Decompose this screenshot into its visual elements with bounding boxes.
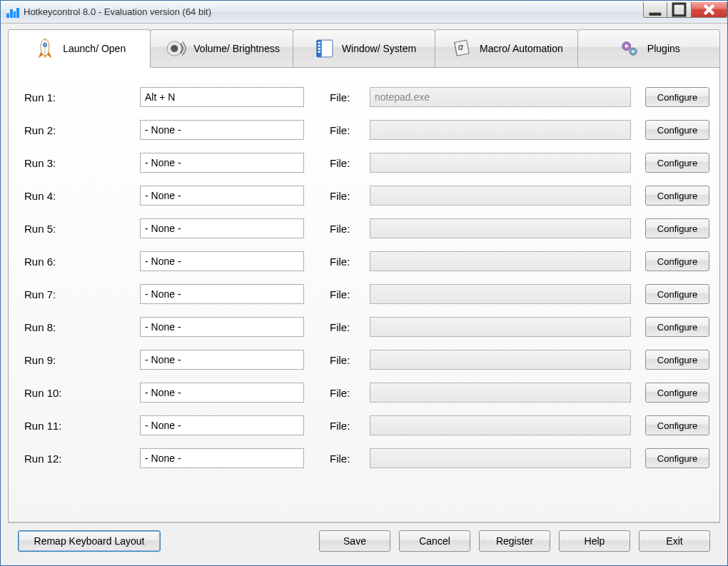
file-input[interactable] [370,120,631,140]
file-label: File: [330,321,361,333]
tab-label: Plugins [647,43,680,54]
hotkey-input[interactable] [140,448,304,468]
configure-button[interactable]: Configure [645,218,709,238]
app-icon [6,6,19,18]
hotkey-row: Run 10:File:Configure [24,376,709,409]
hotkey-input[interactable] [140,415,304,435]
tab-label: Volume/ Brightness [193,43,280,54]
hotkey-row: Run 4:File:Configure [24,179,709,212]
hotkey-input[interactable] [140,120,304,140]
hotkey-input[interactable] [140,251,304,271]
hotkey-row: Run 6:File:Configure [24,245,709,278]
tab-window-system[interactable]: Window/ System [293,29,435,68]
maximize-button[interactable] [667,2,692,18]
tab-label: Window/ System [342,43,416,54]
file-input[interactable] [370,350,631,370]
svg-point-3 [44,43,47,46]
hotkey-row: Run 12:File:Configure [24,442,709,475]
file-label: File: [330,354,361,366]
tabstrip: Launch/ Open Volume/ Brightness [8,29,720,68]
svg-point-5 [171,45,178,52]
exit-button[interactable]: Exit [639,530,710,552]
file-input[interactable] [370,251,631,271]
file-label: File: [330,157,361,169]
remap-keyboard-button[interactable]: Remap Keyboard Layout [18,530,161,552]
tab-launch-open[interactable]: Launch/ Open [8,29,151,68]
svg-rect-0 [649,12,662,15]
configure-button[interactable]: Configure [645,186,709,206]
hotkey-input[interactable] [140,317,304,337]
tab-label: Launch/ Open [63,43,126,54]
bottom-bar: Remap Keyboard Layout Save Cancel Regist… [8,522,720,558]
main-panel: Run 1:File:ConfigureRun 2:File:Configure… [8,68,720,522]
configure-button[interactable]: Configure [645,383,709,403]
file-input[interactable] [370,186,631,206]
file-label: File: [330,190,361,202]
configure-button[interactable]: Configure [645,153,709,173]
file-label: File: [330,91,361,103]
file-label: File: [330,256,361,268]
tab-volume-brightness[interactable]: Volume/ Brightness [150,29,293,68]
window-controls [643,2,727,18]
minimize-button[interactable] [643,2,667,18]
file-input[interactable] [370,87,631,107]
file-input[interactable] [370,415,631,435]
file-label: File: [330,453,361,465]
file-input[interactable] [370,448,631,468]
titlebar[interactable]: Hotkeycontrol 8.0 - Evaluation version (… [1,1,727,24]
svg-point-14 [625,44,627,47]
svg-rect-9 [318,45,320,47]
file-label: File: [330,124,361,136]
hotkey-input[interactable] [140,186,304,206]
app-window: Hotkeycontrol 8.0 - Evaluation version (… [0,0,728,566]
hotkey-input[interactable] [140,350,304,370]
hotkey-row: Run 8:File:Configure [24,310,709,343]
run-label: Run 6: [24,256,131,268]
hotkey-row: Run 7:File:Configure [24,278,709,310]
hotkey-row: Run 5:File:Configure [24,212,709,245]
configure-button[interactable]: Configure [645,284,709,304]
run-label: Run 12: [24,453,131,465]
gears-icon [617,36,642,61]
run-label: Run 2: [24,124,131,136]
configure-button[interactable]: Configure [645,251,709,271]
configure-button[interactable]: Configure [645,415,709,435]
hotkey-row: Run 3:File:Configure [24,146,709,179]
svg-rect-10 [318,48,320,50]
hotkey-input[interactable] [140,284,304,304]
svg-rect-1 [673,4,685,16]
svg-point-16 [632,51,634,53]
tab-macro-automation[interactable]: α Macro/ Automation [435,29,577,68]
hotkey-input[interactable] [140,383,304,403]
svg-rect-8 [318,42,320,44]
configure-button[interactable]: Configure [645,448,709,468]
help-button[interactable]: Help [559,530,630,552]
run-label: Run 1: [24,91,131,103]
hotkey-input[interactable] [140,87,304,107]
tab-plugins[interactable]: Plugins [577,29,720,68]
client-area: Launch/ Open Volume/ Brightness [1,24,727,565]
register-button[interactable]: Register [479,530,550,552]
file-input[interactable] [370,153,631,173]
hotkey-row: Run 9:File:Configure [24,343,709,376]
file-input[interactable] [370,284,631,304]
window-icon [312,36,336,61]
run-label: Run 10: [24,387,131,399]
configure-button[interactable]: Configure [645,120,709,140]
hotkey-input[interactable] [140,153,304,173]
file-input[interactable] [370,317,631,337]
close-button[interactable] [692,2,727,18]
file-input[interactable] [370,218,631,238]
configure-button[interactable]: Configure [645,317,709,337]
hotkey-input[interactable] [140,218,304,238]
cancel-button[interactable]: Cancel [399,530,470,552]
configure-button[interactable]: Configure [645,350,709,370]
rows-container[interactable]: Run 1:File:ConfigureRun 2:File:Configure… [9,68,719,522]
file-label: File: [330,387,361,399]
configure-button[interactable]: Configure [645,87,709,107]
file-label: File: [330,223,361,235]
run-label: Run 4: [24,190,131,202]
save-button[interactable]: Save [319,530,390,552]
file-input[interactable] [370,383,631,403]
run-label: Run 3: [24,157,131,169]
